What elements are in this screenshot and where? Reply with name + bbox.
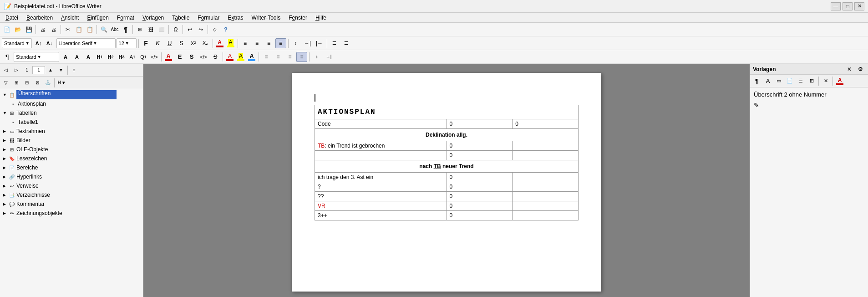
nav-item-lesezeichen[interactable]: ▶ 🔖 Lesezeichen — [1, 154, 142, 163]
line-spacing[interactable]: ↕ — [290, 38, 301, 48]
find-button[interactable]: 🔍 — [99, 25, 109, 35]
expand-icon[interactable]: ▼ — [3, 92, 7, 97]
nav-next[interactable]: ▷ — [11, 65, 21, 75]
document-page[interactable]: AKTIONSPLAN Code 0 0 Deklination allg. T… — [292, 73, 601, 292]
char-emphasis[interactable]: E — [174, 52, 185, 62]
vorlagen-para[interactable]: ¶ — [752, 76, 762, 86]
nav-page-num[interactable]: 1 — [22, 65, 32, 75]
expand-icon-3[interactable]: ▶ — [3, 129, 7, 133]
menu-bearbeiten[interactable]: Bearbeiten — [23, 14, 56, 22]
nav-h-button[interactable]: H ▾ — [56, 78, 66, 88]
style-dropdown[interactable]: Standard ▼ — [2, 38, 32, 48]
menu-writer-tools[interactable]: Writer-Tools — [248, 14, 284, 22]
char-strike[interactable]: S — [210, 52, 221, 62]
nav-item-verzeichnisse[interactable]: ▶ 📑 Verzeichnisse — [1, 190, 142, 200]
q-btn[interactable]: Q1 — [138, 52, 148, 62]
menu-format[interactable]: Format — [113, 14, 138, 22]
vorlagen-frame[interactable]: ▭ — [774, 76, 784, 86]
document-table[interactable]: AKTIONSPLAN Code 0 0 Deklination allg. T… — [315, 105, 579, 220]
font-name-dropdown[interactable]: Liberation Serif ▼ — [56, 38, 116, 48]
nav-content[interactable]: ⊟ — [22, 78, 32, 88]
char-code[interactable]: </> — [198, 52, 209, 62]
indent-btn[interactable]: A1 — [127, 52, 137, 62]
align-right[interactable]: ≡ — [264, 38, 274, 48]
nav-prev[interactable]: ◁ — [1, 65, 11, 75]
char-strong[interactable]: S — [186, 52, 197, 62]
subscript-button[interactable]: X₂ — [200, 38, 211, 48]
decrease-indent[interactable]: |← — [314, 38, 325, 48]
decrease-font[interactable]: A↓ — [45, 38, 55, 48]
nav-item-textrahmen[interactable]: ▶ ▭ Textrahmen — [1, 127, 142, 136]
paste-button[interactable]: 📋 — [85, 25, 95, 35]
expand-icon-10[interactable]: ▶ — [3, 193, 7, 197]
expand-icon-11[interactable]: ▶ — [3, 202, 7, 206]
char-color-2[interactable]: A — [247, 52, 257, 62]
expand-icon-6[interactable]: ▶ — [3, 156, 7, 161]
formatting-marks[interactable]: ¶ — [121, 25, 131, 35]
menu-tabelle[interactable]: Tabelle — [168, 14, 193, 22]
para-style-dropdown[interactable]: Standard ▼ — [14, 52, 59, 62]
para-align-right[interactable]: ≡ — [284, 52, 295, 62]
print-button[interactable]: 🖨 — [49, 25, 59, 35]
expand-icon-7[interactable]: ▶ — [3, 165, 7, 170]
minimize-button[interactable]: — — [831, 2, 841, 10]
insert-image[interactable]: 🖼 — [146, 25, 156, 35]
menu-ansicht[interactable]: Ansicht — [57, 14, 82, 22]
nav-filter[interactable]: ▽ — [1, 78, 11, 88]
open-button[interactable]: 📂 — [13, 25, 23, 35]
h2-btn[interactable]: H2 — [106, 52, 116, 62]
italic-button[interactable]: K — [152, 38, 163, 48]
menu-hilfe[interactable]: Hilfe — [312, 14, 330, 22]
nav-item-ole[interactable]: ▶ ⊞ OLE-Objekte — [1, 145, 142, 154]
nav-item-bereiche[interactable]: ▶ 📄 Bereiche — [1, 163, 142, 172]
expand-icon-9[interactable]: ▶ — [3, 184, 7, 188]
menu-extras[interactable]: Extras — [224, 14, 247, 22]
vorlagen-color[interactable]: A — [835, 76, 845, 86]
para-increase-indent[interactable]: →| — [323, 52, 334, 62]
nav-item-hyperlinks[interactable]: ▶ 🔗 Hyperlinks — [1, 172, 142, 181]
vorlagen-page[interactable]: 📄 — [785, 76, 795, 86]
h3-btn[interactable]: H3 — [117, 52, 127, 62]
h2-button[interactable]: A — [71, 52, 82, 62]
maximize-button[interactable]: □ — [843, 2, 853, 10]
expand-icon-5[interactable]: ▶ — [3, 147, 7, 152]
menu-fenster[interactable]: Fenster — [285, 14, 311, 22]
menu-vorlagen[interactable]: Vorlagen — [139, 14, 168, 22]
draw-shape[interactable]: ◇ — [210, 25, 220, 35]
vorlagen-close[interactable]: ✕ — [844, 64, 854, 74]
increase-indent[interactable]: →| — [302, 38, 313, 48]
vorlagen-close-panel[interactable]: ✕ — [821, 76, 831, 86]
nav-page-up[interactable]: ▲ — [46, 65, 56, 75]
font-size-dropdown[interactable]: 12 ▼ — [117, 38, 137, 48]
nav-item-tabelle1[interactable]: ▪ Tabelle1 — [1, 118, 142, 127]
menu-formular[interactable]: Formular — [194, 14, 223, 22]
nav-drag[interactable]: ⊞ — [11, 78, 21, 88]
para-align-justify[interactable]: ≡ — [296, 52, 307, 62]
superscript-button[interactable]: X² — [188, 38, 199, 48]
expand-icon-2[interactable]: ▼ — [3, 111, 7, 115]
underline-button[interactable]: U — [164, 38, 175, 48]
nav-item-tabellen[interactable]: ▼ ⊞ Tabellen — [1, 108, 142, 118]
insert-frame[interactable]: ⬜ — [157, 25, 167, 35]
vorlagen-settings[interactable]: ⚙ — [855, 64, 865, 74]
strikethrough-button[interactable]: S — [176, 38, 187, 48]
menu-datei[interactable]: Datei — [2, 14, 22, 22]
vorlagen-table[interactable]: ⊞ — [807, 76, 817, 86]
font-color-button[interactable]: A — [215, 38, 225, 48]
highlight-color-button[interactable]: A — [226, 38, 236, 48]
h1-button[interactable]: A — [60, 52, 71, 62]
align-justify[interactable]: ≡ — [275, 38, 286, 48]
nav-anchor[interactable]: ⚓ — [43, 78, 53, 88]
cut-button[interactable]: ✂ — [63, 25, 73, 35]
vorlagen-list[interactable]: ☰ — [796, 76, 806, 86]
spellcheck-button[interactable]: Abc — [110, 25, 120, 35]
new-button[interactable]: 📄 — [2, 25, 12, 35]
formatting-marks-2[interactable]: ¶ — [2, 52, 13, 62]
align-center[interactable]: ≡ — [252, 38, 263, 48]
char-color-btn[interactable]: A — [163, 52, 173, 62]
save-button[interactable]: 💾 — [24, 25, 34, 35]
copy-button[interactable]: 📋 — [74, 25, 84, 35]
print-preview[interactable]: 🖨 — [38, 25, 48, 35]
page-input[interactable] — [32, 66, 45, 74]
nav-item-aktionsplan[interactable]: ▪ Aktionsplan — [1, 99, 142, 108]
